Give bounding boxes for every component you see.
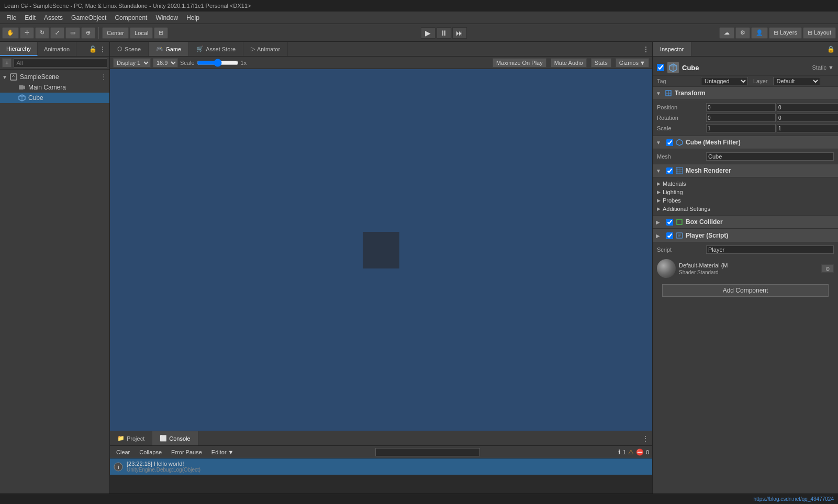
tree-item-samplescene[interactable]: ▼ SampleScene ⋮	[0, 72, 109, 82]
scene-options-icon[interactable]: ⋮	[100, 73, 107, 81]
inspector-tab-label: Inspector	[660, 46, 684, 52]
player-script-header[interactable]: ▶ Player (Script)	[653, 229, 838, 242]
position-y-input[interactable]	[777, 103, 838, 111]
box-collider-header[interactable]: ▶ Box Collider	[653, 215, 838, 229]
project-tab-label: Project	[127, 435, 144, 442]
scale-y-input[interactable]	[777, 124, 838, 132]
bottom-options-icon[interactable]: ⋮	[642, 434, 649, 443]
tree-item-maincamera[interactable]: Main Camera	[0, 82, 109, 93]
probes-section-header[interactable]: ▶ Probes	[657, 196, 834, 205]
pause-button[interactable]: ⏸	[437, 27, 451, 39]
console-search-input[interactable]	[375, 448, 480, 456]
step-button[interactable]: ⏭	[452, 27, 467, 39]
stats-button[interactable]: Stats	[591, 58, 611, 68]
tag-select[interactable]: Untagged	[701, 77, 748, 85]
maximize-on-play-button[interactable]: Maximize On Play	[493, 58, 546, 68]
menu-component[interactable]: Component	[110, 13, 151, 23]
console-tab[interactable]: ⬜ Console	[152, 431, 198, 445]
additional-settings-header[interactable]: ▶ Additional Settings	[657, 205, 834, 213]
scene-icon-small: ⬡	[117, 46, 122, 52]
move-tool-button[interactable]: ✛	[20, 27, 34, 39]
menu-help[interactable]: Help	[182, 13, 204, 23]
materials-label: Materials	[663, 181, 686, 187]
hierarchy-tab[interactable]: Hierarchy	[0, 42, 38, 56]
asset-store-tab[interactable]: 🛒 Asset Store	[189, 42, 243, 56]
hierarchy-search-input[interactable]	[14, 58, 107, 68]
box-collider-checkbox[interactable]	[666, 219, 673, 226]
tree-item-cube[interactable]: Cube	[0, 93, 109, 103]
display-select[interactable]: Display 1	[113, 58, 151, 68]
menu-assets[interactable]: Assets	[40, 13, 67, 23]
mesh-filter-header[interactable]: ▼ Cube (Mesh Filter)	[653, 136, 838, 149]
mesh-renderer-header[interactable]: ▼ Mesh Renderer	[653, 164, 838, 177]
error-count: 0	[646, 449, 649, 455]
transform-component-header[interactable]: ▼ Transform	[653, 86, 838, 100]
console-icon-tab: ⬜	[160, 435, 167, 442]
title-text: Learn C# - SampleScene - PC, Mac & Linux…	[4, 3, 251, 9]
store-icon: 🛒	[196, 46, 204, 52]
collab-button[interactable]: ☁	[719, 27, 734, 39]
inspector-tab[interactable]: Inspector	[653, 42, 691, 56]
project-tab[interactable]: 📁 Project	[110, 431, 152, 445]
scale-slider[interactable]	[197, 59, 239, 66]
game-view-tab[interactable]: 🎮 Game	[149, 42, 189, 56]
console-row-0[interactable]: i [23:22:18] Hello world! UnityEngine.De…	[110, 458, 652, 475]
rotation-y-input[interactable]	[777, 114, 838, 122]
materials-section-header[interactable]: ▶ Materials	[657, 180, 834, 188]
play-button[interactable]: ▶	[421, 27, 435, 39]
menu-file[interactable]: File	[2, 13, 20, 23]
inspector-lock-icon[interactable]: 🔒	[827, 46, 835, 53]
materials-arrow-icon: ▶	[657, 181, 661, 186]
menu-window[interactable]: Window	[151, 13, 182, 23]
animator-tab[interactable]: ▷ Animator	[243, 42, 288, 56]
lighting-arrow-icon: ▶	[657, 189, 661, 195]
mesh-renderer-checkbox[interactable]	[666, 167, 673, 174]
collapse-button[interactable]: Collapse	[136, 447, 165, 457]
mute-audio-button[interactable]: Mute Audio	[551, 58, 587, 68]
view-tab-options[interactable]: ⋮	[640, 42, 652, 56]
add-object-button[interactable]: +	[2, 58, 12, 68]
combined-tool-button[interactable]: ⊕	[81, 27, 95, 39]
position-x-input[interactable]	[706, 103, 776, 111]
script-value-input[interactable]	[706, 245, 834, 254]
rotate-tool-button[interactable]: ↻	[35, 27, 49, 39]
animation-tab[interactable]: Animation	[38, 42, 76, 56]
services-button[interactable]: ⚙	[735, 27, 750, 39]
menu-edit[interactable]: Edit	[20, 13, 40, 23]
transform-title: Transform	[675, 89, 706, 97]
player-script-checkbox[interactable]	[666, 232, 673, 239]
gizmos-button[interactable]: Gizmos ▼	[616, 58, 649, 68]
hierarchy-lock-icon[interactable]: 🔓	[89, 46, 97, 53]
scene-view-tab[interactable]: ⬡ Scene	[110, 42, 149, 56]
mesh-renderer-icon	[675, 166, 684, 175]
add-component-button[interactable]: Add Component	[662, 284, 829, 297]
clear-button[interactable]: Clear	[113, 447, 133, 457]
error-pause-button[interactable]: Error Pause	[168, 447, 205, 457]
material-edit-button[interactable]: ⊙	[821, 264, 834, 273]
lighting-section-header[interactable]: ▶ Lighting	[657, 188, 834, 196]
editor-button[interactable]: Editor ▼	[208, 447, 237, 457]
player-script-body: Script	[653, 242, 838, 257]
mesh-value-input[interactable]	[706, 152, 834, 161]
mesh-filter-checkbox[interactable]	[666, 139, 673, 146]
rotation-x-input[interactable]	[706, 114, 776, 122]
scale-tool-button[interactable]: ⤢	[50, 27, 64, 39]
hierarchy-options-icon[interactable]: ⋮	[99, 45, 106, 53]
transform-arrow-icon: ▼	[656, 91, 662, 96]
hand-tool-button[interactable]: ✋	[2, 27, 19, 39]
layer-select[interactable]: Default	[773, 77, 820, 85]
scale-row: Scale	[657, 123, 834, 133]
scale-x-input[interactable]	[706, 124, 776, 132]
mesh-filter-body: Mesh	[653, 149, 838, 164]
layers-button[interactable]: ⊟ Layers	[769, 27, 802, 39]
rect-tool-button[interactable]: ▭	[65, 27, 80, 39]
account-button[interactable]: 👤	[751, 27, 768, 39]
layout-button[interactable]: ⊞ Layout	[803, 27, 836, 39]
pivot-center-button[interactable]: Center	[102, 27, 129, 39]
pivot-local-button[interactable]: Local	[130, 27, 153, 39]
extra-button[interactable]: ⊞	[154, 27, 168, 39]
aspect-select[interactable]: 16:9	[153, 58, 178, 68]
rotation-xyz	[706, 114, 838, 122]
object-active-checkbox[interactable]	[657, 64, 664, 71]
menu-gameobject[interactable]: GameObject	[67, 13, 110, 23]
